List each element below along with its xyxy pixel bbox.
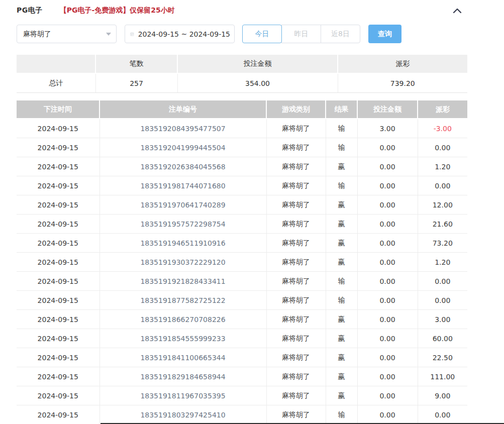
result-cell: 输 <box>326 138 357 157</box>
panel-notice: 【PG电子-免费游戏】仅保留25小时 <box>60 6 175 15</box>
bet-date-cell: 2024-09-15 <box>17 386 99 405</box>
game-type-cell: 麻将胡了 <box>266 119 326 138</box>
quick-date-button-2[interactable]: 近8日 <box>321 25 360 43</box>
summary-column-header: 派彩 <box>338 55 467 73</box>
bet-id-cell: 1835191854555999233 <box>99 329 266 348</box>
bet-amount-cell: 0.00 <box>357 291 418 310</box>
result-cell: 赢 <box>326 157 357 176</box>
bet-id-cell: 1835191841100665344 <box>99 348 266 367</box>
table-row: 2024-09-151835191829184658944麻将胡了赢0.0011… <box>17 367 467 386</box>
bet-date-cell: 2024-09-15 <box>17 234 99 253</box>
summary-column-header: 笔数 <box>95 55 177 73</box>
bet-date-cell: 2024-09-15 <box>17 215 99 234</box>
bet-date-cell: 2024-09-15 <box>17 348 99 367</box>
table-row: 2024-09-151835192084395477507麻将胡了输3.00-3… <box>17 119 467 138</box>
bet-date-cell: 2024-09-15 <box>17 272 99 291</box>
table-row: 2024-09-151835191841100665344麻将胡了赢0.0022… <box>17 348 467 367</box>
bet-amount-cell: 0.00 <box>357 195 418 215</box>
table-row: 2024-09-151835191946511910916麻将胡了赢0.0073… <box>17 234 467 253</box>
bet-amount-cell: 0.00 <box>357 310 418 329</box>
payout-cell: 0.00 <box>418 138 467 157</box>
records-column-header: 派彩 <box>418 100 467 119</box>
bet-id-cell: 1835191930372229120 <box>99 253 266 272</box>
bet-amount-cell: 0.00 <box>357 234 418 253</box>
bet-id-cell: 1835191946511910916 <box>99 234 266 253</box>
bet-date-cell: 2024-09-15 <box>17 157 99 176</box>
records-column-header: 游戏类别 <box>266 100 326 119</box>
table-row: 2024-09-151835191811967035395麻将胡了赢0.009.… <box>17 386 467 405</box>
game-type-cell: 麻将胡了 <box>266 386 326 405</box>
bet-amount-cell: 0.00 <box>357 272 418 291</box>
game-type-cell: 麻将胡了 <box>266 176 326 195</box>
quick-date-button-group: 今日昨日近8日 <box>242 25 360 43</box>
bet-date-cell: 2024-09-15 <box>17 195 99 215</box>
bet-id-cell: 1835192041999445504 <box>99 138 266 157</box>
payout-cell: 3.00 <box>418 310 467 329</box>
payout-cell: -3.00 <box>418 119 467 138</box>
search-button[interactable]: 查询 <box>368 25 401 43</box>
bet-id-cell: 1835192026384045568 <box>99 157 266 176</box>
result-cell: 赢 <box>326 215 357 234</box>
panel-header: PG电子 【PG电子-免费游戏】仅保留25小时 <box>17 5 467 17</box>
result-cell: 输 <box>326 272 357 291</box>
game-type-cell: 麻将胡了 <box>266 234 326 253</box>
payout-cell: 73.20 <box>418 234 467 253</box>
game-select[interactable]: 麻将胡了 <box>17 25 117 43</box>
table-row: 2024-09-151835191921828433411麻将胡了输0.000.… <box>17 272 467 291</box>
payout-cell: 60.00 <box>418 329 467 348</box>
bet-id-cell: 1835192084395477507 <box>99 119 266 138</box>
bet-id-cell: 1835191803297425410 <box>99 405 266 424</box>
filter-row: 麻将胡了 2024-09-15 ~ 2024-09-15 今日昨日近8日 查询 <box>17 25 467 43</box>
payout-cell: 0.00 <box>418 272 467 291</box>
calendar-icon <box>130 30 134 38</box>
game-type-cell: 麻将胡了 <box>266 138 326 157</box>
records-column-header: 结果 <box>326 100 357 119</box>
payout-cell: 22.50 <box>418 348 467 367</box>
bet-amount-cell: 0.00 <box>357 367 418 386</box>
game-select-value: 麻将胡了 <box>23 30 51 39</box>
bet-date-cell: 2024-09-15 <box>17 405 99 424</box>
summary-column-header <box>17 55 95 73</box>
records-column-header: 注单编号 <box>99 100 266 119</box>
game-type-cell: 麻将胡了 <box>266 367 326 386</box>
game-type-cell: 麻将胡了 <box>266 310 326 329</box>
payout-cell: 0.00 <box>418 176 467 195</box>
bet-id-cell: 1835191921828433411 <box>99 272 266 291</box>
table-row: 2024-09-151835191866270708226麻将胡了赢0.003.… <box>17 310 467 329</box>
bet-id-cell: 1835191811967035395 <box>99 386 266 405</box>
payout-cell: 9.00 <box>418 386 467 405</box>
records-column-header: 下注时间 <box>17 100 99 119</box>
pg-records-panel: PG电子 【PG电子-免费游戏】仅保留25小时 麻将胡了 2024-09-15 … <box>0 0 467 424</box>
result-cell: 赢 <box>326 310 357 329</box>
table-row: 2024-09-151835191877582725122麻将胡了输0.000.… <box>17 291 467 310</box>
result-cell: 输 <box>326 176 357 195</box>
quick-date-button-1[interactable]: 昨日 <box>281 25 321 43</box>
caret-down-icon <box>106 33 111 36</box>
quick-date-button-0[interactable]: 今日 <box>242 25 282 43</box>
payout-cell: 0.00 <box>418 405 467 424</box>
game-type-cell: 麻将胡了 <box>266 329 326 348</box>
bet-amount-cell: 3.00 <box>357 119 418 138</box>
table-row: 2024-09-151835191854555999233麻将胡了赢0.0060… <box>17 329 467 348</box>
result-cell: 赢 <box>326 329 357 348</box>
summary-bet-amount: 354.00 <box>177 73 338 93</box>
bet-date-cell: 2024-09-15 <box>17 119 99 138</box>
date-range-value: 2024-09-15 ~ 2024-09-15 <box>138 30 230 38</box>
bet-id-cell: 1835191970641740289 <box>99 195 266 215</box>
bet-amount-cell: 0.00 <box>357 157 418 176</box>
result-cell: 输 <box>326 405 357 424</box>
table-row: 2024-09-151835191930372229120麻将胡了赢0.001.… <box>17 253 467 272</box>
table-row: 2024-09-151835191803297425410麻将胡了输0.000.… <box>17 405 467 424</box>
bet-amount-cell: 0.00 <box>357 138 418 157</box>
bet-date-cell: 2024-09-15 <box>17 176 99 195</box>
payout-cell: 1.20 <box>418 157 467 176</box>
bet-id-cell: 1835191957572298754 <box>99 215 266 234</box>
date-range-input[interactable]: 2024-09-15 ~ 2024-09-15 <box>125 25 235 43</box>
bet-date-cell: 2024-09-15 <box>17 138 99 157</box>
records-header-row: 下注时间注单编号游戏类别结果投注金额派彩 <box>17 100 467 119</box>
game-type-cell: 麻将胡了 <box>266 272 326 291</box>
table-row: 2024-09-151835192026384045568麻将胡了赢0.001.… <box>17 157 467 176</box>
panel-title: PG电子 <box>17 6 43 15</box>
collapse-panel-button[interactable] <box>451 5 463 16</box>
summary-total-row: 总计 257 354.00 739.20 <box>17 73 467 93</box>
